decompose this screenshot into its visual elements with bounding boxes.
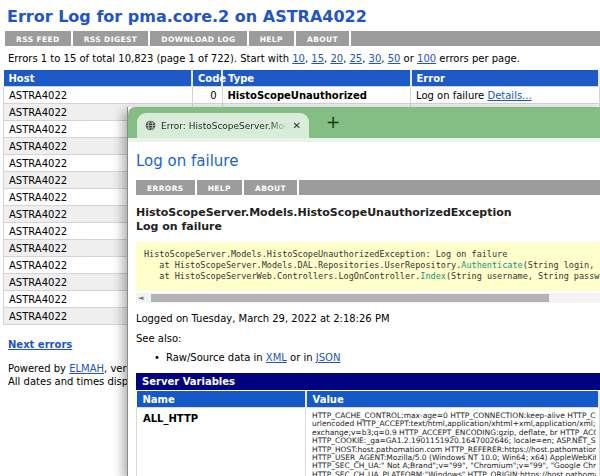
next-errors-link[interactable]: Next errors [8,339,72,350]
column-header-host: Host [4,70,193,87]
column-header-type: Type [222,70,411,87]
server-variables-header: Server Variables [136,373,600,390]
type-cell: HistoScopeUnauthorized [222,87,411,104]
page-size-link-50[interactable]: 50 [388,53,401,64]
server-variables-table: NameValue ALL_HTTPHTTP_CACHE_CONTROL:max… [136,391,600,476]
popup-menubar: ERRORSHELPABOUT [136,180,600,195]
stack-line: at HistoScopeServerWeb.Controllers.LogOn… [144,271,593,282]
bullet-icon: • [154,352,160,363]
server-variables-table-header: NameValue [137,391,600,408]
sv-column-header-name: Name [137,391,306,408]
popup-content: Log on failure ERRORSHELPABOUT HistoScop… [128,142,600,476]
column-header-error: Error [411,70,600,87]
page-size-link-20[interactable]: 20 [330,53,343,64]
globe-icon [145,120,156,131]
status-suffix: errors per page. [436,53,520,64]
menu-item-help[interactable]: HELP [249,31,296,46]
menu-item-download-log[interactable]: DOWNLOAD LOG [150,31,248,46]
popup-menu-item-help[interactable]: HELP [197,180,244,195]
stack-line: HistoScopeServer.Models.HistoScopeUnauth… [144,249,593,260]
popup-menu-item-errors[interactable]: ERRORS [136,180,197,195]
browser-tab[interactable]: Error: HistoScopeServer.Models.H ✕ [137,113,309,138]
page-title: Error Log for pma.core.2 on ASTRA4022 [7,7,600,26]
exception-heading: HistoScopeServer.Models.HistoScopeUnauth… [136,206,600,234]
stack-line: at HistoScopeServer.Models.DAL.Repositor… [144,260,593,271]
tab-title: Error: HistoScopeServer.Models.H [161,121,288,131]
error-row: ASTRA40220HistoScopeUnauthorizedLog on f… [4,87,600,104]
scrollbar-thumb[interactable] [151,294,549,302]
method-link-index[interactable]: Index [420,271,446,281]
stack-trace: HistoScopeServer.Models.HistoScopeUnauth… [136,242,600,291]
page-size-link-25[interactable]: 25 [350,53,363,64]
tab-close-icon[interactable]: ✕ [293,121,301,131]
error-table-header: HostCodeTypeError [4,70,600,87]
column-header-code: Code [192,70,222,87]
error-detail-window: Error: HistoScopeServer.Models.H ✕ + Log… [127,107,600,476]
new-tab-button[interactable]: + [326,111,340,133]
window-titlebar[interactable]: Error: HistoScopeServer.Models.H ✕ + [128,107,600,138]
page-size-link-10[interactable]: 10 [292,53,305,64]
see-also-label: See also: [136,333,600,344]
elmah-link[interactable]: ELMAH [69,363,104,374]
main-menubar: RSS FEEDRSS DIGESTDOWNLOAD LOGHELPABOUT [5,31,600,46]
exception-type: HistoScopeServer.Models.HistoScopeUnauth… [136,206,512,219]
page-size-link-15[interactable]: 15 [311,53,324,64]
xml-link[interactable]: XML [266,352,287,363]
page-size-link-30[interactable]: 30 [369,53,382,64]
raw-source-text: Raw/Source data in [166,352,266,363]
popup-page-title: Log on failure [136,152,600,170]
variable-value-cell: HTTP_CACHE_CONTROL:max-age=0 HTTP_CONNEC… [306,408,600,476]
horizontal-scrollbar[interactable]: ◄ [136,293,600,303]
raw-source-item: •Raw/Source data in XML or in JSON [154,352,600,363]
logged-on-text: Logged on Tuesday, March 29, 2022 at 2:1… [136,313,600,324]
popup-menu-item-about[interactable]: ABOUT [244,180,299,195]
error-cell: Log on failure Details... [411,87,600,104]
scroll-left-arrow-icon[interactable]: ◄ [138,294,143,302]
exception-message: Log on failure [136,220,222,233]
variable-value-text: HTTP_CACHE_CONTROL:max-age=0 HTTP_CONNEC… [312,412,596,476]
status-prefix: Errors 1 to 15 of total 10,823 (page 1 o… [8,53,292,64]
sv-column-header-value: Value [306,391,600,408]
details-link[interactable]: Details... [487,90,531,101]
powered-by-text: Powered by [8,363,69,374]
menu-item-rss-feed[interactable]: RSS FEED [5,31,73,46]
host-cell: ASTRA4022 [4,87,193,104]
variable-name-cell: ALL_HTTP [137,408,306,476]
method-link-authenticate[interactable]: Authenticate [461,260,522,270]
menu-item-rss-digest[interactable]: RSS DIGEST [73,31,151,46]
status-line: Errors 1 to 15 of total 10,823 (page 1 o… [0,46,600,70]
menu-item-about[interactable]: ABOUT [296,31,351,46]
json-link[interactable]: JSON [316,352,341,363]
code-cell: 0 [192,87,222,104]
or-in-text: or in [287,352,316,363]
page-size-links: 10, 15, 20, 25, 30, 50 or 100 [292,53,436,64]
server-variable-row: ALL_HTTPHTTP_CACHE_CONTROL:max-age=0 HTT… [137,408,600,476]
page-size-link-100[interactable]: 100 [417,53,436,64]
